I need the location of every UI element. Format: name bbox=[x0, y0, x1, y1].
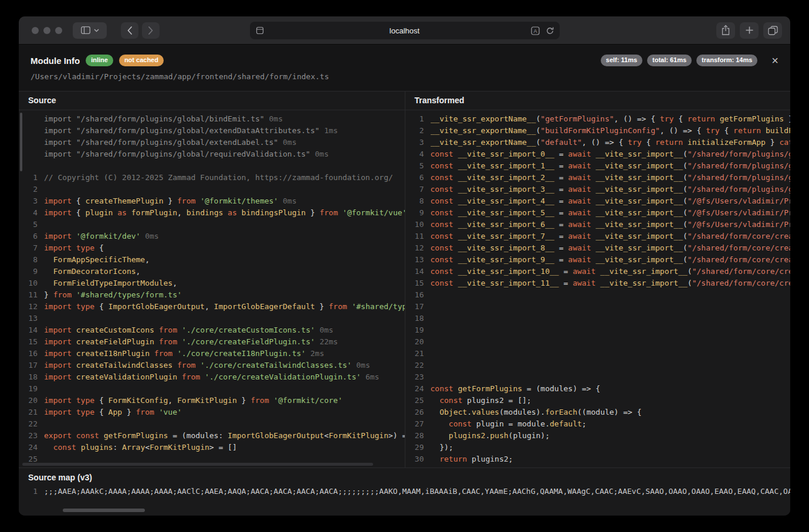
code-line: 12const __vite_ssr_import_8__ = await __… bbox=[405, 242, 791, 254]
line-content: FormAppSpecificTheme, bbox=[44, 254, 405, 266]
translate-icon[interactable]: A bbox=[531, 26, 540, 35]
line-number: 23 bbox=[19, 430, 38, 442]
tab-overview-button[interactable] bbox=[763, 22, 782, 39]
line-number: 6 bbox=[405, 172, 424, 184]
toolbar-right-actions bbox=[716, 22, 782, 39]
line-number: 21 bbox=[405, 348, 424, 360]
code-line: 26 Object.values(modules).forEach((modul… bbox=[405, 406, 791, 418]
line-content: import createValidationPlugin from './co… bbox=[44, 371, 405, 383]
line-number: 25 bbox=[405, 395, 424, 406]
line-content bbox=[431, 324, 791, 336]
code-line: 20import type { FormKitConfig, FormKitPl… bbox=[19, 395, 405, 406]
line-number: 29 bbox=[405, 442, 424, 453]
line-number: 4 bbox=[405, 148, 424, 160]
line-number: 10 bbox=[19, 277, 38, 289]
back-icon bbox=[127, 26, 133, 35]
code-line: 19 bbox=[19, 383, 405, 395]
sourcemap-horizontal-scrollbar[interactable] bbox=[63, 509, 145, 512]
browser-toolbar: localhost A bbox=[19, 16, 790, 45]
code-line: 24const getFormPlugins = (modules) => { bbox=[405, 383, 791, 395]
code-line: 12import type { ImportGlobEagerOutput, I… bbox=[19, 301, 405, 313]
sidebar-toggle-button[interactable] bbox=[73, 22, 107, 39]
traffic-light-close[interactable] bbox=[32, 27, 39, 34]
code-line: 30 return plugins2; bbox=[405, 453, 791, 465]
forward-button[interactable] bbox=[142, 22, 160, 39]
tabs-icon bbox=[768, 26, 778, 35]
line-number: 20 bbox=[19, 395, 38, 406]
address-bar[interactable]: localhost A bbox=[250, 22, 560, 39]
line-number: 16 bbox=[405, 289, 424, 301]
new-tab-button[interactable] bbox=[740, 22, 759, 39]
back-button[interactable] bbox=[121, 22, 138, 39]
line-content bbox=[431, 360, 791, 371]
code-line: import "/shared/form/plugins/global/requ… bbox=[19, 148, 405, 160]
source-panel-title: Source bbox=[19, 92, 405, 110]
line-content bbox=[44, 313, 405, 324]
share-button[interactable] bbox=[716, 22, 735, 39]
page-content: Module Info inline not cached self: 11ms… bbox=[19, 45, 790, 516]
code-line: 23export const getFormPlugins = (modules… bbox=[19, 430, 405, 442]
line-content: }); bbox=[431, 442, 791, 453]
line-number: 13 bbox=[405, 254, 424, 266]
code-line: 6import '@formkit/dev' 0ms bbox=[19, 231, 405, 242]
line-content: FormFieldTypeImportModules, bbox=[44, 277, 405, 289]
line-number: 12 bbox=[405, 242, 424, 254]
sourcemap-section: Source map (v3) 1 ;;;AAEA;AAAkC;AAAA;AAA… bbox=[19, 467, 790, 516]
source-vertical-scrollbar[interactable] bbox=[20, 113, 22, 171]
code-line: 6const __vite_ssr_import_2__ = await __v… bbox=[405, 172, 791, 184]
line-number: 1 bbox=[19, 172, 38, 184]
line-number: 6 bbox=[19, 231, 38, 242]
code-line: 1// Copyright (C) 2012-2025 Zammad Found… bbox=[19, 172, 405, 184]
sourcemap-title: Source map (v3) bbox=[19, 468, 790, 486]
code-line: 21 bbox=[405, 348, 791, 360]
code-line: 14const __vite_ssr_import_10__ = await _… bbox=[405, 266, 791, 277]
line-number: 27 bbox=[405, 418, 424, 430]
close-icon[interactable]: × bbox=[771, 55, 778, 66]
code-line: 10 FormFieldTypeImportModules, bbox=[19, 277, 405, 289]
code-line: 15const __vite_ssr_import_11__ = await _… bbox=[405, 277, 791, 289]
code-line: 24 const plugins: Array<FormKitPlugin> =… bbox=[19, 442, 405, 453]
transformed-code[interactable]: 1__vite_ssr_exportName__("getFormPlugins… bbox=[405, 110, 791, 467]
line-number: 21 bbox=[19, 406, 38, 418]
share-icon bbox=[721, 25, 730, 36]
line-content bbox=[44, 184, 405, 195]
line-content bbox=[431, 336, 791, 348]
line-content: const __vite_ssr_import_9__ = await __vi… bbox=[431, 254, 791, 266]
line-content: const __vite_ssr_import_10__ = await __v… bbox=[431, 266, 791, 277]
traffic-light-zoom[interactable] bbox=[55, 27, 62, 34]
line-number: 8 bbox=[405, 195, 424, 207]
code-line: 28 plugins2.push(plugin); bbox=[405, 430, 791, 442]
line-number: 3 bbox=[19, 195, 38, 207]
line-number: 28 bbox=[405, 430, 424, 442]
code-line: 7const __vite_ssr_import_3__ = await __v… bbox=[405, 184, 791, 195]
line-content bbox=[431, 301, 791, 313]
line-number: 1 bbox=[405, 113, 424, 125]
address-bar-actions: A bbox=[531, 26, 554, 35]
line-content: export const getFormPlugins = (modules: … bbox=[44, 430, 405, 442]
line-content: __vite_ssr_exportName__("buildFormKitPlu… bbox=[431, 125, 791, 137]
line-content: import "/shared/form/plugins/global/exte… bbox=[44, 125, 405, 137]
line-number: 8 bbox=[19, 254, 38, 266]
reload-icon[interactable] bbox=[546, 26, 554, 35]
source-horizontal-scrollbar[interactable] bbox=[22, 463, 373, 466]
self-time-badge: self: 11ms bbox=[601, 55, 642, 66]
line-number: 19 bbox=[19, 383, 38, 395]
code-line: 10const __vite_ssr_import_6__ = await __… bbox=[405, 219, 791, 231]
sourcemap-line-number: 1 bbox=[19, 486, 38, 497]
source-code[interactable]: import "/shared/form/plugins/global/bind… bbox=[19, 110, 405, 467]
line-content: const __vite_ssr_import_11__ = await __v… bbox=[431, 277, 791, 289]
timing-badges: self: 11ms total: 61ms transform: 14ms × bbox=[601, 55, 778, 66]
line-content: const __vite_ssr_import_6__ = await __vi… bbox=[431, 219, 791, 231]
line-number: 7 bbox=[19, 242, 38, 254]
code-line: 15import createFieldPlugin from './core/… bbox=[19, 336, 405, 348]
code-line bbox=[19, 160, 405, 172]
traffic-light-minimize[interactable] bbox=[43, 27, 50, 34]
code-line: 1__vite_ssr_exportName__("getFormPlugins… bbox=[405, 113, 791, 125]
code-line: 25 const plugins2 = []; bbox=[405, 395, 791, 406]
code-line: 18import createValidationPlugin from './… bbox=[19, 371, 405, 383]
line-content: const __vite_ssr_import_3__ = await __vi… bbox=[431, 184, 791, 195]
code-line: import "/shared/form/plugins/global/bind… bbox=[19, 113, 405, 125]
code-line: 5 bbox=[19, 219, 405, 231]
code-line: import "/shared/form/plugins/global/exte… bbox=[19, 137, 405, 148]
code-line: 13const __vite_ssr_import_9__ = await __… bbox=[405, 254, 791, 266]
